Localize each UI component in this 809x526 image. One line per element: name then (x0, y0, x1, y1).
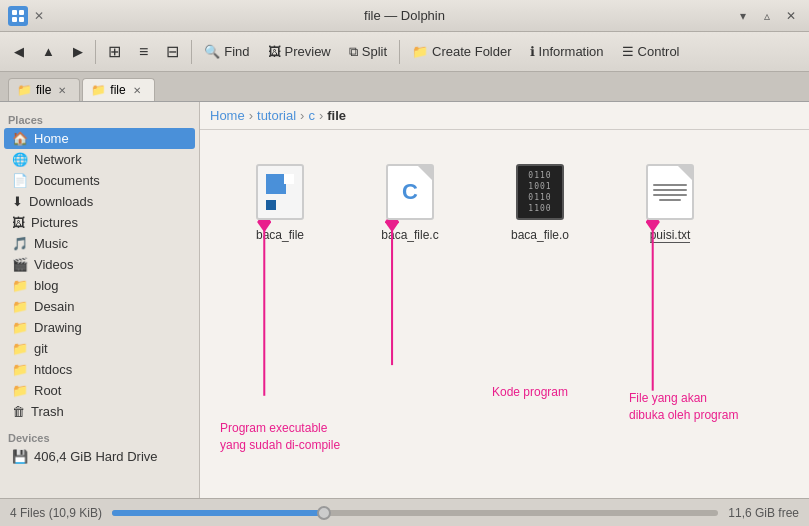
breadcrumb-tutorial[interactable]: tutorial (257, 108, 296, 123)
view-compact-button[interactable]: ⊟ (158, 38, 187, 65)
titlebar-left: ✕ (8, 6, 44, 26)
titlebar: ✕ file — Dolphin ▾ ▵ ✕ (0, 0, 809, 32)
titlebar-app-secondary: ✕ (34, 9, 44, 23)
split-label: Split (362, 44, 387, 59)
breadcrumb-file: file (327, 108, 346, 123)
sidebar-item-trash[interactable]: 🗑 Trash (0, 401, 199, 422)
statusbar: 4 Files (10,9 KiB) 11,6 GiB free (0, 498, 809, 526)
sidebar-item-documents[interactable]: 📄 Documents (0, 170, 199, 191)
window-maximize-button[interactable]: ▵ (757, 6, 777, 26)
breadcrumb-home[interactable]: Home (210, 108, 245, 123)
toolbar: ◀ ▲ ▶ ⊞ ≡ ⊟ 🔍 Find 🖼 Preview ⧉ Split 📁 C… (0, 32, 809, 72)
text-icon-wrap (638, 160, 702, 224)
sidebar: Places 🏠 Home 🌐 Network 📄 Documents ⬇ Do… (0, 102, 200, 498)
binary-icon-wrap: 0110 1001 0110 1100 (508, 160, 572, 224)
find-button[interactable]: 🔍 Find (196, 40, 257, 63)
text-icon (646, 164, 694, 220)
sidebar-label-harddrive: 406,4 GiB Hard Drive (34, 449, 158, 464)
sidebar-item-root[interactable]: 📁 Root (0, 380, 199, 401)
find-label: Find (224, 44, 249, 59)
storage-progress-bar[interactable] (112, 510, 718, 516)
storage-progress-fill (112, 510, 324, 516)
tab-file-2[interactable]: 📁 file ✕ (82, 78, 154, 101)
file-label-baca-file: baca_file (256, 228, 304, 243)
breadcrumb-c[interactable]: c (308, 108, 315, 123)
c-source-icon-wrap: C (378, 160, 442, 224)
preview-icon: 🖼 (268, 44, 281, 59)
preview-button[interactable]: 🖼 Preview (260, 40, 339, 63)
sidebar-item-htdocs[interactable]: 📁 htdocs (0, 359, 199, 380)
c-source-icon: C (386, 164, 434, 220)
breadcrumb-sep-2: › (300, 108, 304, 123)
preview-label: Preview (285, 44, 331, 59)
sidebar-label-home: Home (34, 131, 69, 146)
toolbar-separator-3 (399, 40, 400, 64)
file-content-area: baca_file C baca_file.c 0110 1001 0110 (200, 130, 809, 498)
sidebar-label-videos: Videos (34, 257, 74, 272)
tab-close-1[interactable]: ✕ (55, 83, 69, 97)
view-list-icon: ≡ (139, 43, 148, 61)
svg-rect-1 (19, 10, 24, 15)
desain-icon: 📁 (12, 299, 28, 314)
home-icon: 🏠 (12, 131, 28, 146)
create-folder-icon: 📁 (412, 44, 428, 59)
annotation-file-dibuka: File yang akandibuka oleh program (629, 390, 779, 424)
control-button[interactable]: ☰ Control (614, 40, 688, 63)
sidebar-item-music[interactable]: 🎵 Music (0, 233, 199, 254)
sidebar-label-pictures: Pictures (31, 215, 78, 230)
sidebar-item-desain[interactable]: 📁 Desain (0, 296, 199, 317)
tab-close-2[interactable]: ✕ (130, 83, 144, 97)
window-controls[interactable]: ▾ ▵ ✕ (733, 6, 801, 26)
sidebar-item-drawing[interactable]: 📁 Drawing (0, 317, 199, 338)
up-button[interactable]: ▲ (34, 40, 63, 63)
sidebar-item-network[interactable]: 🌐 Network (0, 149, 199, 170)
control-icon: ☰ (622, 44, 634, 59)
videos-icon: 🎬 (12, 257, 28, 272)
sidebar-item-blog[interactable]: 📁 blog (0, 275, 199, 296)
downloads-icon: ⬇ (12, 194, 23, 209)
view-list-button[interactable]: ≡ (131, 39, 156, 65)
storage-progress-thumb[interactable] (317, 506, 331, 520)
information-label: Information (539, 44, 604, 59)
annotation-kode-program: Kode program (480, 385, 580, 399)
file-item-baca-file-o[interactable]: 0110 1001 0110 1100 baca_file.o (500, 160, 580, 243)
view-icons-button[interactable]: ⊞ (100, 38, 129, 65)
breadcrumb-sep-1: › (249, 108, 253, 123)
documents-icon: 📄 (12, 173, 28, 188)
annotation-executable: Program executableyang sudah di-compile (220, 420, 380, 454)
executable-icon-wrap (248, 160, 312, 224)
tab-folder-icon-1: 📁 (17, 83, 32, 97)
split-button[interactable]: ⧉ Split (341, 40, 395, 64)
htdocs-icon: 📁 (12, 362, 28, 377)
create-folder-button[interactable]: 📁 Create Folder (404, 40, 519, 63)
app-icon (8, 6, 28, 26)
tab-bar: 📁 file ✕ 📁 file ✕ (0, 72, 809, 102)
window-minimize-button[interactable]: ▾ (733, 6, 753, 26)
forward-button[interactable]: ▶ (65, 40, 91, 63)
create-folder-label: Create Folder (432, 44, 511, 59)
drawing-icon: 📁 (12, 320, 28, 335)
file-label-baca-file-o: baca_file.o (511, 228, 569, 243)
view-compact-icon: ⊟ (166, 42, 179, 61)
back-icon: ◀ (14, 44, 24, 59)
file-item-baca-file-c[interactable]: C baca_file.c (370, 160, 450, 243)
file-item-puisi-txt[interactable]: puisi.txt (630, 160, 710, 243)
information-button[interactable]: ℹ Information (522, 40, 612, 63)
window-close-button[interactable]: ✕ (781, 6, 801, 26)
sidebar-item-pictures[interactable]: 🖼 Pictures (0, 212, 199, 233)
tab-file-1[interactable]: 📁 file ✕ (8, 78, 80, 101)
sidebar-label-drawing: Drawing (34, 320, 82, 335)
control-label: Control (638, 44, 680, 59)
toolbar-separator (95, 40, 96, 64)
binary-icon: 0110 1001 0110 1100 (516, 164, 564, 220)
back-button[interactable]: ◀ (6, 40, 32, 63)
tab-folder-icon-2: 📁 (91, 83, 106, 97)
file-item-baca-file[interactable]: baca_file (240, 160, 320, 243)
harddrive-icon: 💾 (12, 449, 28, 464)
sidebar-item-harddrive[interactable]: 💾 406,4 GiB Hard Drive (0, 446, 199, 467)
sidebar-item-downloads[interactable]: ⬇ Downloads (0, 191, 199, 212)
sidebar-item-home[interactable]: 🏠 Home (4, 128, 195, 149)
split-icon: ⧉ (349, 44, 358, 60)
sidebar-item-git[interactable]: 📁 git (0, 338, 199, 359)
sidebar-item-videos[interactable]: 🎬 Videos (0, 254, 199, 275)
